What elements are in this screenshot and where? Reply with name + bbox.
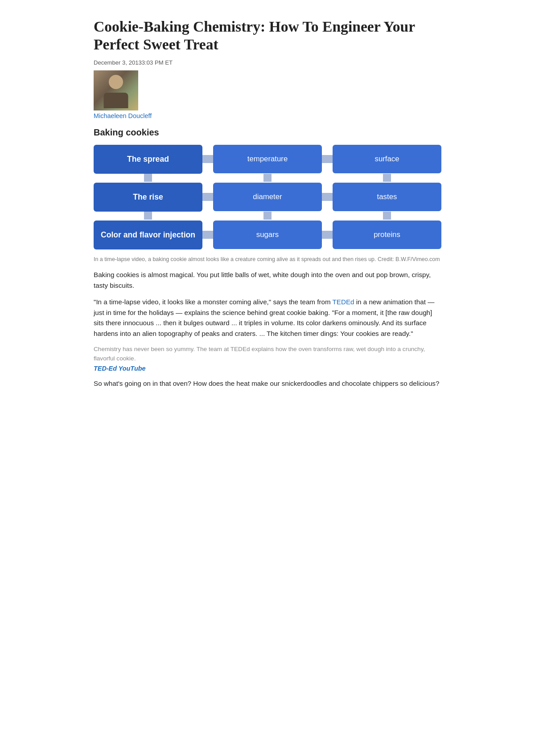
h-connector-2a [202, 193, 213, 201]
v-conn-1-col1 [94, 174, 202, 183]
spacer-1b [322, 174, 333, 183]
diagram-caption: In a time-lapse video, a baking cookie a… [94, 256, 441, 263]
h-connector-1a [202, 155, 213, 163]
v-conn-2-col2 [213, 212, 322, 221]
h-connector-1b [322, 155, 333, 163]
baking-diagram: The spread temperature surface The rise … [94, 145, 441, 249]
author-photo [94, 70, 138, 110]
article-title: Cookie-Baking Chemistry: How To Engineer… [94, 18, 441, 54]
v-conn-2-col3 [333, 212, 441, 221]
paragraph-2: "In a time-lapse video, it looks like a … [94, 297, 441, 339]
paragraph-3: So what's going on in that oven? How doe… [94, 378, 441, 389]
v-conn-2-col1 [94, 212, 202, 221]
box-color-flavor: Color and flavor injection [94, 221, 202, 249]
box-tastes: tastes [333, 183, 441, 212]
author-link[interactable]: Michaeleen Doucleff [94, 112, 441, 119]
box-proteins: proteins [333, 221, 441, 249]
box-sugars: sugars [213, 221, 322, 249]
v-conn-1-col2 [213, 174, 322, 183]
ted-ed-youtube-link[interactable]: TED-Ed YouTube [94, 365, 441, 372]
section-title: Baking cookies [94, 127, 441, 138]
box-diameter: diameter [213, 183, 322, 212]
h-connector-2b [322, 193, 333, 201]
paragraph-1: Baking cookies is almost magical. You pu… [94, 270, 441, 290]
spacer-2a [202, 212, 213, 221]
spacer-1a [202, 174, 213, 183]
box-spread: The spread [94, 145, 202, 174]
sub-caption: Chemistry has never been so yummy. The t… [94, 345, 441, 363]
box-temperature: temperature [213, 145, 322, 174]
h-connector-3a [202, 231, 213, 239]
v-conn-1-col3 [333, 174, 441, 183]
spacer-2b [322, 212, 333, 221]
h-connector-3b [322, 231, 333, 239]
box-surface: surface [333, 145, 441, 174]
box-rise: The rise [94, 183, 202, 212]
teded-link[interactable]: TEDEd [333, 298, 354, 306]
article-date: December 3, 20133:03 PM ET [94, 59, 441, 66]
